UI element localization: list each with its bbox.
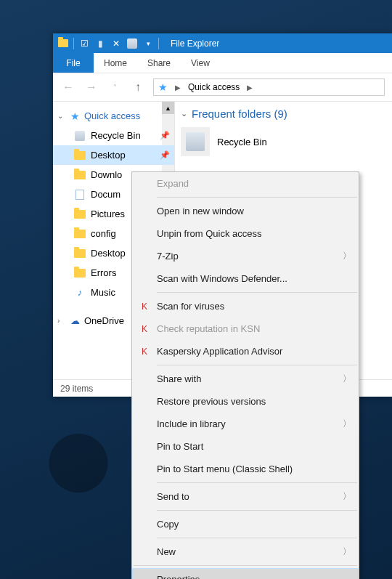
menu-restore-versions[interactable]: Restore previous versions (132, 390, 359, 413)
tab-share[interactable]: Share (137, 53, 181, 73)
up-button[interactable]: ↑ (130, 79, 146, 95)
address-row: ← → ˅ ↑ ★ ▶ Quick access ▶ (53, 73, 392, 102)
menu-check-reputation: KCheck reputation in KSN (132, 317, 359, 340)
menu-windows-defender[interactable]: Scan with Windows Defender... (132, 267, 359, 290)
qat-dropdown-icon[interactable]: ▾ (142, 38, 154, 49)
content-item-recyclebin[interactable]: Recycle Bin (181, 127, 386, 156)
chevron-down-icon[interactable]: ⌄ (181, 109, 187, 118)
folder-icon (74, 171, 86, 179)
nav-item-desktop[interactable]: Desktop📌 (53, 145, 174, 165)
title-bar[interactable]: ☑ ▮ ✕ ▾ File Explorer (53, 33, 392, 53)
submenu-arrow-icon: 〉 (343, 546, 351, 558)
recycle-bin-icon (75, 131, 85, 141)
menu-include-library[interactable]: Include in library〉 (132, 413, 359, 435)
kaspersky-shield-icon: K (138, 324, 151, 334)
tab-home[interactable]: Home (94, 53, 137, 73)
menu-open-new-window[interactable]: Open in new window (132, 200, 359, 222)
menu-pin-to-start[interactable]: Pin to Start (132, 435, 359, 458)
chevron-right-icon[interactable]: ▶ (172, 84, 184, 92)
folder-icon (74, 210, 86, 219)
tab-view[interactable]: View (181, 53, 220, 73)
folder-icon (74, 151, 86, 160)
menu-7zip[interactable]: 7-Zip〉 (132, 245, 359, 267)
nav-label: Recycle Bin (91, 130, 141, 141)
kaspersky-shield-icon: K (138, 347, 151, 357)
kaspersky-shield-icon: K (138, 301, 151, 312)
nav-label: config (91, 228, 116, 239)
content-group-header[interactable]: ⌄ Frequent folders (9) (181, 108, 386, 120)
menu-send-to[interactable]: Send to〉 (132, 485, 359, 508)
pin-icon: 📌 (160, 131, 170, 140)
context-menu: Expand Open in new window Unpin from Qui… (131, 171, 359, 579)
folder-icon (74, 269, 86, 278)
item-name: Recycle Bin (217, 137, 267, 147)
qat-newfolder-icon[interactable]: ▮ (94, 38, 106, 49)
nav-label: Errors (91, 267, 116, 278)
nav-label: Docum (91, 189, 121, 200)
folder-icon (74, 230, 86, 238)
ribbon-tabs: File Home Share View (53, 53, 392, 73)
menu-new[interactable]: New〉 (132, 540, 359, 563)
qat-properties-icon[interactable]: ☑ (78, 38, 90, 49)
submenu-arrow-icon: 〉 (343, 490, 351, 503)
onedrive-icon: ☁ (70, 315, 80, 326)
chevron-down-icon[interactable]: ⌄ (57, 112, 66, 120)
menu-pin-classic-shell[interactable]: Pin to Start menu (Classic Shell) (132, 458, 359, 480)
file-tab[interactable]: File (53, 53, 94, 73)
nav-label: Music (91, 287, 115, 298)
nav-quick-access[interactable]: ⌄ ★ Quick access (53, 106, 174, 126)
address-bar[interactable]: ★ ▶ Quick access ▶ (153, 78, 385, 96)
document-icon (75, 190, 84, 200)
submenu-arrow-icon: 〉 (343, 373, 351, 385)
music-icon: ♪ (73, 287, 86, 298)
nav-label: Desktop (91, 248, 126, 259)
nav-label: Downlo (91, 169, 122, 180)
menu-scan-viruses[interactable]: KScan for viruses (132, 295, 359, 317)
recycle-bin-large-icon (181, 127, 210, 156)
menu-expand: Expand (132, 172, 359, 195)
group-title: Frequent folders (9) (192, 108, 287, 120)
menu-unpin-quick-access[interactable]: Unpin from Quick access (132, 222, 359, 245)
recent-dropdown-icon[interactable]: ˅ (107, 79, 123, 95)
window-title: File Explorer (163, 39, 219, 49)
menu-copy[interactable]: Copy (132, 513, 359, 535)
nav-label: Pictures (91, 208, 125, 219)
forward-button: → (83, 79, 99, 95)
back-button[interactable]: ← (60, 79, 76, 95)
menu-kaspersky-advisor[interactable]: KKaspersky Application Advisor (132, 340, 359, 363)
menu-properties[interactable]: Properties (132, 568, 359, 579)
nav-label: Desktop (91, 150, 126, 161)
nav-item-recyclebin[interactable]: Recycle Bin📌 (53, 126, 174, 145)
submenu-arrow-icon: 〉 (343, 250, 351, 262)
nav-label: OneDrive (84, 315, 124, 326)
quick-access-star-icon: ★ (158, 81, 168, 93)
submenu-arrow-icon: 〉 (343, 418, 351, 430)
pin-icon: 📌 (160, 150, 170, 160)
explorer-icon (57, 38, 69, 49)
folder-icon (74, 249, 86, 258)
chevron-right-icon[interactable]: ▶ (244, 84, 256, 92)
star-icon: ★ (70, 110, 80, 122)
qat-delete-icon[interactable]: ✕ (110, 38, 122, 49)
quick-access-toolbar: ☑ ▮ ✕ ▾ (53, 38, 163, 49)
chevron-right-icon[interactable]: › (57, 317, 66, 325)
status-text: 29 items (60, 384, 93, 394)
nav-label: Quick access (84, 110, 140, 121)
qat-recycle-icon[interactable] (126, 38, 138, 49)
breadcrumb-location[interactable]: Quick access (184, 82, 244, 92)
menu-share-with[interactable]: Share with〉 (132, 368, 359, 390)
